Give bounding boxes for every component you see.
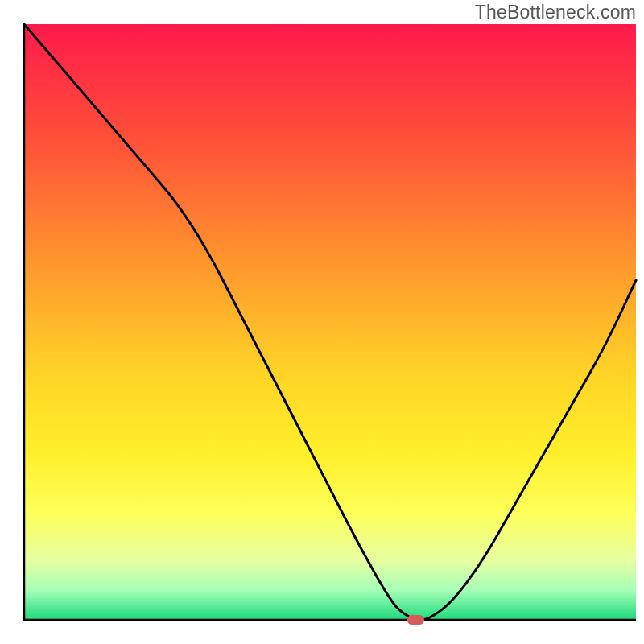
chart-svg — [0, 0, 644, 644]
selected-point-marker — [407, 615, 424, 625]
plot-background — [24, 24, 636, 620]
watermark-text: TheBottleneck.com — [475, 2, 636, 23]
bottleneck-chart: TheBottleneck.com — [0, 0, 644, 644]
